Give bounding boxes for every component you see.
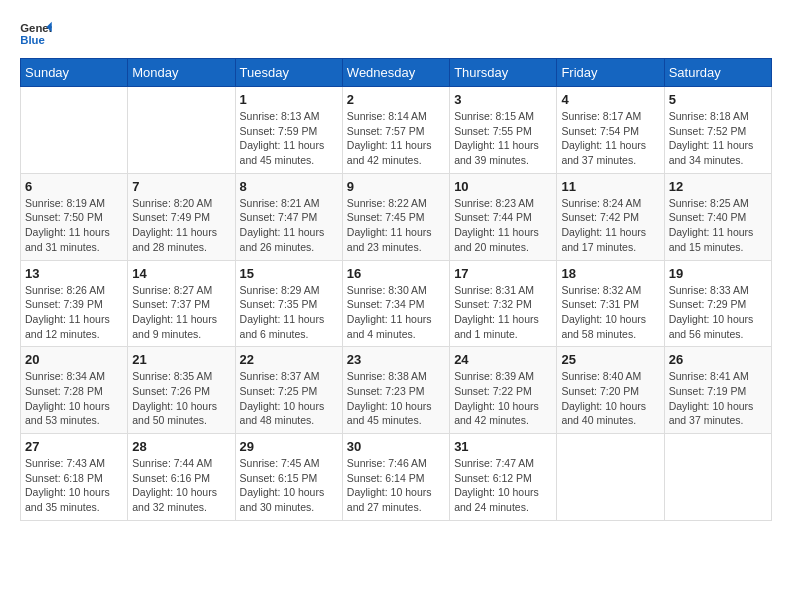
day-detail: Sunrise: 8:20 AM Sunset: 7:49 PM Dayligh… xyxy=(132,196,230,255)
day-detail: Sunrise: 7:46 AM Sunset: 6:14 PM Dayligh… xyxy=(347,456,445,515)
calendar-cell xyxy=(664,434,771,521)
calendar-cell: 12Sunrise: 8:25 AM Sunset: 7:40 PM Dayli… xyxy=(664,173,771,260)
calendar-cell: 18Sunrise: 8:32 AM Sunset: 7:31 PM Dayli… xyxy=(557,260,664,347)
day-detail: Sunrise: 8:23 AM Sunset: 7:44 PM Dayligh… xyxy=(454,196,552,255)
calendar-cell: 15Sunrise: 8:29 AM Sunset: 7:35 PM Dayli… xyxy=(235,260,342,347)
day-detail: Sunrise: 8:31 AM Sunset: 7:32 PM Dayligh… xyxy=(454,283,552,342)
day-detail: Sunrise: 8:29 AM Sunset: 7:35 PM Dayligh… xyxy=(240,283,338,342)
calendar-cell: 9Sunrise: 8:22 AM Sunset: 7:45 PM Daylig… xyxy=(342,173,449,260)
calendar-cell: 5Sunrise: 8:18 AM Sunset: 7:52 PM Daylig… xyxy=(664,87,771,174)
calendar-week-row: 27Sunrise: 7:43 AM Sunset: 6:18 PM Dayli… xyxy=(21,434,772,521)
day-detail: Sunrise: 8:13 AM Sunset: 7:59 PM Dayligh… xyxy=(240,109,338,168)
calendar-cell: 22Sunrise: 8:37 AM Sunset: 7:25 PM Dayli… xyxy=(235,347,342,434)
calendar-week-row: 20Sunrise: 8:34 AM Sunset: 7:28 PM Dayli… xyxy=(21,347,772,434)
day-number: 8 xyxy=(240,179,338,194)
calendar-cell: 14Sunrise: 8:27 AM Sunset: 7:37 PM Dayli… xyxy=(128,260,235,347)
calendar-cell: 16Sunrise: 8:30 AM Sunset: 7:34 PM Dayli… xyxy=(342,260,449,347)
calendar-cell: 7Sunrise: 8:20 AM Sunset: 7:49 PM Daylig… xyxy=(128,173,235,260)
calendar-cell xyxy=(21,87,128,174)
day-number: 22 xyxy=(240,352,338,367)
day-detail: Sunrise: 7:45 AM Sunset: 6:15 PM Dayligh… xyxy=(240,456,338,515)
day-detail: Sunrise: 8:33 AM Sunset: 7:29 PM Dayligh… xyxy=(669,283,767,342)
day-detail: Sunrise: 8:17 AM Sunset: 7:54 PM Dayligh… xyxy=(561,109,659,168)
day-of-week-header: Saturday xyxy=(664,59,771,87)
calendar-cell: 27Sunrise: 7:43 AM Sunset: 6:18 PM Dayli… xyxy=(21,434,128,521)
day-detail: Sunrise: 8:30 AM Sunset: 7:34 PM Dayligh… xyxy=(347,283,445,342)
day-number: 3 xyxy=(454,92,552,107)
day-number: 20 xyxy=(25,352,123,367)
calendar-cell: 19Sunrise: 8:33 AM Sunset: 7:29 PM Dayli… xyxy=(664,260,771,347)
day-detail: Sunrise: 8:40 AM Sunset: 7:20 PM Dayligh… xyxy=(561,369,659,428)
day-number: 2 xyxy=(347,92,445,107)
calendar-cell xyxy=(557,434,664,521)
calendar-cell: 29Sunrise: 7:45 AM Sunset: 6:15 PM Dayli… xyxy=(235,434,342,521)
day-detail: Sunrise: 8:25 AM Sunset: 7:40 PM Dayligh… xyxy=(669,196,767,255)
day-number: 11 xyxy=(561,179,659,194)
day-detail: Sunrise: 8:38 AM Sunset: 7:23 PM Dayligh… xyxy=(347,369,445,428)
calendar-week-row: 6Sunrise: 8:19 AM Sunset: 7:50 PM Daylig… xyxy=(21,173,772,260)
day-detail: Sunrise: 8:34 AM Sunset: 7:28 PM Dayligh… xyxy=(25,369,123,428)
day-number: 1 xyxy=(240,92,338,107)
day-detail: Sunrise: 7:47 AM Sunset: 6:12 PM Dayligh… xyxy=(454,456,552,515)
day-number: 17 xyxy=(454,266,552,281)
calendar-cell: 6Sunrise: 8:19 AM Sunset: 7:50 PM Daylig… xyxy=(21,173,128,260)
calendar-cell: 24Sunrise: 8:39 AM Sunset: 7:22 PM Dayli… xyxy=(450,347,557,434)
calendar-header-row: SundayMondayTuesdayWednesdayThursdayFrid… xyxy=(21,59,772,87)
day-detail: Sunrise: 7:43 AM Sunset: 6:18 PM Dayligh… xyxy=(25,456,123,515)
calendar-cell: 3Sunrise: 8:15 AM Sunset: 7:55 PM Daylig… xyxy=(450,87,557,174)
calendar-cell: 25Sunrise: 8:40 AM Sunset: 7:20 PM Dayli… xyxy=(557,347,664,434)
calendar-cell: 17Sunrise: 8:31 AM Sunset: 7:32 PM Dayli… xyxy=(450,260,557,347)
day-of-week-header: Friday xyxy=(557,59,664,87)
calendar-cell: 28Sunrise: 7:44 AM Sunset: 6:16 PM Dayli… xyxy=(128,434,235,521)
day-number: 27 xyxy=(25,439,123,454)
day-detail: Sunrise: 8:37 AM Sunset: 7:25 PM Dayligh… xyxy=(240,369,338,428)
calendar-cell: 31Sunrise: 7:47 AM Sunset: 6:12 PM Dayli… xyxy=(450,434,557,521)
day-number: 23 xyxy=(347,352,445,367)
logo: General Blue xyxy=(20,20,52,48)
day-number: 10 xyxy=(454,179,552,194)
day-detail: Sunrise: 7:44 AM Sunset: 6:16 PM Dayligh… xyxy=(132,456,230,515)
calendar-cell: 4Sunrise: 8:17 AM Sunset: 7:54 PM Daylig… xyxy=(557,87,664,174)
page-header: General Blue xyxy=(20,20,772,48)
day-number: 31 xyxy=(454,439,552,454)
calendar-cell: 30Sunrise: 7:46 AM Sunset: 6:14 PM Dayli… xyxy=(342,434,449,521)
day-detail: Sunrise: 8:15 AM Sunset: 7:55 PM Dayligh… xyxy=(454,109,552,168)
day-number: 15 xyxy=(240,266,338,281)
day-number: 24 xyxy=(454,352,552,367)
day-number: 5 xyxy=(669,92,767,107)
day-number: 26 xyxy=(669,352,767,367)
day-number: 13 xyxy=(25,266,123,281)
calendar-week-row: 1Sunrise: 8:13 AM Sunset: 7:59 PM Daylig… xyxy=(21,87,772,174)
calendar-cell: 26Sunrise: 8:41 AM Sunset: 7:19 PM Dayli… xyxy=(664,347,771,434)
day-of-week-header: Thursday xyxy=(450,59,557,87)
calendar-cell: 21Sunrise: 8:35 AM Sunset: 7:26 PM Dayli… xyxy=(128,347,235,434)
day-detail: Sunrise: 8:35 AM Sunset: 7:26 PM Dayligh… xyxy=(132,369,230,428)
day-number: 14 xyxy=(132,266,230,281)
day-detail: Sunrise: 8:19 AM Sunset: 7:50 PM Dayligh… xyxy=(25,196,123,255)
day-number: 21 xyxy=(132,352,230,367)
day-detail: Sunrise: 8:39 AM Sunset: 7:22 PM Dayligh… xyxy=(454,369,552,428)
day-number: 29 xyxy=(240,439,338,454)
day-number: 18 xyxy=(561,266,659,281)
day-number: 7 xyxy=(132,179,230,194)
day-detail: Sunrise: 8:22 AM Sunset: 7:45 PM Dayligh… xyxy=(347,196,445,255)
calendar-cell: 20Sunrise: 8:34 AM Sunset: 7:28 PM Dayli… xyxy=(21,347,128,434)
svg-text:Blue: Blue xyxy=(20,34,45,46)
calendar-cell: 11Sunrise: 8:24 AM Sunset: 7:42 PM Dayli… xyxy=(557,173,664,260)
calendar-cell: 10Sunrise: 8:23 AM Sunset: 7:44 PM Dayli… xyxy=(450,173,557,260)
day-detail: Sunrise: 8:14 AM Sunset: 7:57 PM Dayligh… xyxy=(347,109,445,168)
calendar-cell xyxy=(128,87,235,174)
day-detail: Sunrise: 8:21 AM Sunset: 7:47 PM Dayligh… xyxy=(240,196,338,255)
day-number: 28 xyxy=(132,439,230,454)
day-number: 6 xyxy=(25,179,123,194)
day-of-week-header: Sunday xyxy=(21,59,128,87)
day-number: 4 xyxy=(561,92,659,107)
calendar-cell: 8Sunrise: 8:21 AM Sunset: 7:47 PM Daylig… xyxy=(235,173,342,260)
calendar-table: SundayMondayTuesdayWednesdayThursdayFrid… xyxy=(20,58,772,521)
day-detail: Sunrise: 8:27 AM Sunset: 7:37 PM Dayligh… xyxy=(132,283,230,342)
day-number: 25 xyxy=(561,352,659,367)
day-number: 30 xyxy=(347,439,445,454)
day-of-week-header: Monday xyxy=(128,59,235,87)
day-number: 19 xyxy=(669,266,767,281)
day-of-week-header: Wednesday xyxy=(342,59,449,87)
